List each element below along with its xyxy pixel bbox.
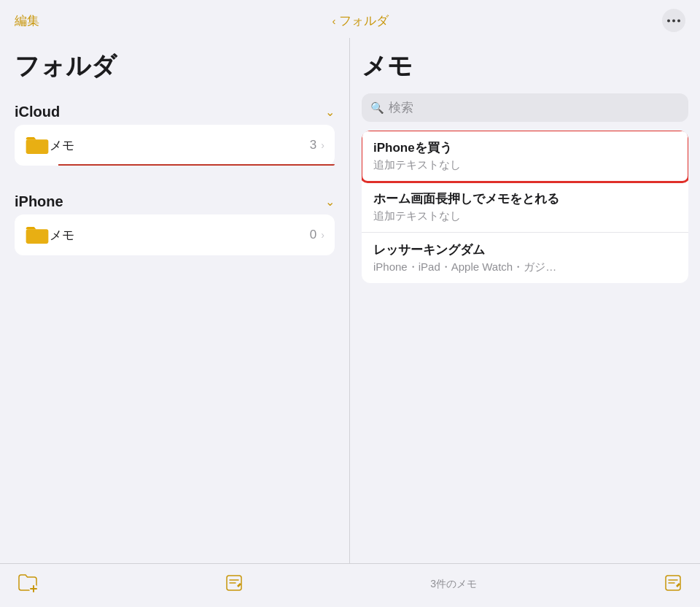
left-panel: フォルダ iCloud ⌄ メモ 3 › iPhone ⌄: [0, 38, 350, 563]
new-folder-button[interactable]: [18, 573, 38, 596]
note-list: iPhoneを買う 追加テキストなし ホーム画面長押しでメモをとれる 追加テキス…: [362, 131, 688, 283]
ellipsis-icon: [667, 19, 680, 23]
icloud-section-header[interactable]: iCloud ⌄: [15, 98, 335, 125]
breadcrumb[interactable]: ‹ フォルダ: [332, 12, 389, 29]
search-icon: 🔍: [370, 101, 384, 115]
iphone-memo-folder[interactable]: メモ 0 ›: [15, 214, 335, 255]
main-content: フォルダ iCloud ⌄ メモ 3 › iPhone ⌄: [0, 38, 700, 563]
breadcrumb-label[interactable]: フォルダ: [339, 12, 389, 29]
edit-button[interactable]: 編集: [15, 12, 58, 29]
icloud-memo-count: 3: [310, 138, 316, 152]
folder-icon: [25, 135, 50, 155]
new-note-left-button[interactable]: [225, 573, 244, 595]
folder-underline: [58, 164, 335, 166]
svg-point-0: [667, 19, 670, 22]
notes-panel-title: メモ: [362, 38, 688, 93]
iphone-section-header[interactable]: iPhone ⌄: [15, 187, 335, 214]
right-panel: メモ 🔍 検索 iPhoneを買う 追加テキストなし ホーム画面長押しでメモをと…: [350, 38, 700, 563]
iphone-memo-name: メモ: [50, 227, 310, 244]
note-item-2[interactable]: ホーム画面長押しでメモをとれる 追加テキストなし: [362, 182, 688, 233]
iphone-folder-icon: [25, 225, 50, 245]
note-item-1[interactable]: iPhoneを買う 追加テキストなし: [362, 131, 688, 182]
note-3-title: レッサーキングダム: [373, 241, 677, 258]
search-bar[interactable]: 🔍 検索: [362, 93, 688, 122]
note-1-subtitle: 追加テキストなし: [373, 158, 677, 172]
icloud-memo-folder[interactable]: メモ 3 ›: [15, 125, 335, 166]
note-2-subtitle: 追加テキストなし: [373, 209, 677, 223]
icloud-memo-chevron-icon: ›: [321, 139, 324, 151]
top-nav: 編集 ‹ フォルダ: [0, 0, 700, 38]
iphone-memo-chevron-icon: ›: [321, 229, 324, 241]
note-3-subtitle: iPhone・iPad・Apple Watch・ガジ…: [373, 260, 677, 274]
icloud-memo-name: メモ: [50, 137, 310, 154]
icloud-section-name: iCloud: [15, 104, 60, 120]
iphone-chevron-icon: ⌄: [325, 195, 335, 209]
note-item-3[interactable]: レッサーキングダム iPhone・iPad・Apple Watch・ガジ…: [362, 233, 688, 283]
more-button[interactable]: [662, 9, 685, 32]
new-note-right-button[interactable]: [664, 573, 682, 595]
back-chevron-icon: ‹: [332, 15, 336, 27]
icloud-chevron-icon: ⌄: [325, 105, 335, 119]
svg-point-2: [677, 19, 680, 22]
note-1-title: iPhoneを買う: [373, 139, 677, 156]
folder-panel-title: フォルダ: [15, 38, 335, 98]
compose-icon-right: [664, 573, 682, 592]
svg-point-1: [672, 19, 675, 22]
bottom-toolbar: 3件のメモ: [0, 563, 700, 607]
compose-icon-left: [225, 573, 244, 592]
note-count-label: 3件のメモ: [430, 578, 477, 591]
new-folder-icon: [18, 573, 38, 593]
iphone-memo-count: 0: [310, 228, 316, 242]
note-2-title: ホーム画面長押しでメモをとれる: [373, 190, 677, 207]
search-placeholder: 検索: [389, 99, 413, 116]
iphone-section-name: iPhone: [15, 193, 63, 210]
